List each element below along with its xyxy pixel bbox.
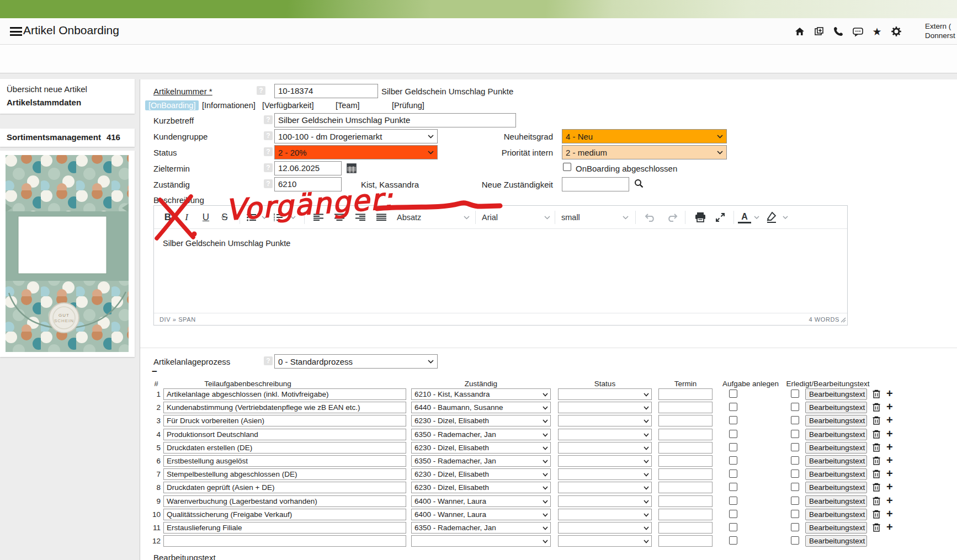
field-help-icon[interactable]: ? (264, 163, 273, 172)
highlight-color-icon[interactable] (764, 210, 779, 225)
justify-icon[interactable] (373, 210, 390, 225)
delete-row-icon[interactable] (873, 510, 880, 519)
add-row-icon[interactable]: + (886, 413, 893, 426)
termin-input[interactable] (658, 482, 713, 493)
tab-team[interactable]: [Team] (336, 101, 360, 110)
aufgabe-anlegen-checkbox[interactable] (729, 523, 737, 531)
task-description-input[interactable]: Artikelanlage abgeschlossen (inkl. Motiv… (163, 388, 406, 400)
neuheitsgrad-select[interactable]: 4 - Neu (562, 129, 727, 143)
paragraph-chevron-icon[interactable] (462, 210, 471, 225)
tab-verfuegbarkeit[interactable]: [Verfügbarkeit] (262, 101, 314, 110)
status-select[interactable] (558, 522, 652, 534)
aufgabe-anlegen-checkbox[interactable] (729, 403, 737, 411)
aufgabe-anlegen-checkbox[interactable] (729, 443, 737, 451)
add-row-icon[interactable]: + (886, 427, 893, 440)
italic-icon[interactable]: I (178, 210, 195, 225)
align-left-icon[interactable] (310, 210, 327, 225)
status-select[interactable] (558, 415, 652, 426)
aufgabe-anlegen-checkbox[interactable] (729, 416, 737, 424)
status-select[interactable] (558, 402, 652, 413)
bearbeitungstext-button[interactable]: Bearbeitungstext (805, 402, 867, 413)
numbered-list-icon[interactable] (271, 210, 285, 225)
delete-row-icon[interactable] (873, 403, 880, 412)
aufgabe-anlegen-checkbox[interactable] (729, 430, 737, 438)
termin-input[interactable] (658, 388, 713, 400)
font-family-dropdown[interactable]: Arial (482, 210, 498, 225)
erledigt-checkbox[interactable] (791, 470, 799, 478)
responsible-select[interactable]: 6400 - Wanner, Laura (411, 495, 551, 507)
task-description-input[interactable]: Druckdaten geprüft (Asien + DE) (163, 482, 406, 493)
add-row-icon[interactable]: + (886, 507, 893, 520)
onboarding-abgeschlossen-checkbox[interactable] (563, 163, 571, 171)
field-help-icon[interactable]: ? (264, 115, 273, 124)
bearbeitungstext-button[interactable]: Bearbeitungstext (805, 522, 867, 534)
task-description-input[interactable]: Druckdaten erstellen (DE) (163, 442, 406, 454)
tab-onboarding[interactable]: [OnBoarding] (145, 100, 199, 110)
responsible-select[interactable]: 6350 - Rademacher, Jan (411, 455, 551, 467)
task-description-input[interactable]: Qualitätssicherung (Freigabe Verkauf) (163, 509, 406, 520)
prioritaet-intern-select[interactable]: 2 - medium (562, 145, 727, 159)
new-window-icon[interactable] (813, 25, 825, 38)
add-row-icon[interactable]: + (886, 400, 893, 413)
sidebar-item-artikelstammdaten[interactable]: Artikelstammdaten (7, 97, 128, 108)
aufgabe-anlegen-checkbox[interactable] (729, 483, 737, 491)
font-size-dropdown[interactable]: small (561, 210, 580, 225)
responsible-select[interactable]: 6230 - Dizel, Elisabeth (411, 442, 551, 454)
beschreibung-textarea[interactable]: Silber Geldschein Umschlag Punkte (154, 230, 847, 314)
responsible-select[interactable]: 6350 - Rademacher, Jan (411, 429, 551, 440)
status-select[interactable] (558, 482, 652, 493)
task-description-input[interactable]: Für Druck vorbereiten (Asien) (163, 415, 406, 426)
delete-row-icon[interactable] (873, 390, 880, 398)
field-help-icon[interactable]: ? (257, 86, 265, 95)
erledigt-checkbox[interactable] (791, 510, 799, 518)
paragraph-style-dropdown[interactable]: Absatz (397, 210, 421, 225)
delete-row-icon[interactable] (873, 430, 880, 439)
align-center-icon[interactable] (331, 210, 348, 225)
aufgabe-anlegen-checkbox[interactable] (729, 510, 737, 518)
home-icon[interactable] (794, 25, 806, 38)
termin-input[interactable] (658, 522, 713, 534)
settings-gear-icon[interactable] (890, 25, 902, 38)
responsible-select[interactable]: 6350 - Rademacher, Jan (411, 522, 551, 534)
zustaendig-input[interactable]: 6210 (274, 177, 342, 191)
task-description-input[interactable]: Erstbestellung ausgelöst (163, 455, 406, 467)
delete-row-icon[interactable] (873, 416, 880, 425)
delete-row-icon[interactable] (873, 483, 880, 492)
zieltermin-input[interactable]: 12.06.2025 (274, 161, 342, 175)
termin-input[interactable] (658, 468, 713, 480)
artikelnummer-input[interactable]: 10-18374 (274, 84, 378, 98)
artikelanlageprozess-select[interactable]: 0 - Standardprozess (274, 354, 438, 369)
bearbeitungstext-button[interactable]: Bearbeitungstext (805, 509, 867, 520)
favorite-star-icon[interactable]: ★ (871, 25, 883, 38)
kurzbetreff-input[interactable]: Silber Geldschein Umschlag Punkte (274, 113, 516, 127)
font-family-chevron-icon[interactable] (543, 210, 551, 225)
status-select[interactable] (558, 468, 652, 480)
termin-input[interactable] (658, 415, 713, 426)
add-row-icon[interactable]: + (886, 467, 893, 480)
erledigt-checkbox[interactable] (791, 443, 799, 451)
add-row-icon[interactable]: + (886, 454, 893, 467)
task-description-input[interactable]: Erstauslieferung Filiale (163, 522, 406, 534)
erledigt-checkbox[interactable] (791, 416, 799, 424)
resize-handle-icon[interactable] (841, 317, 846, 324)
undo-icon[interactable] (642, 210, 658, 225)
bullet-list-icon[interactable] (244, 210, 259, 225)
kundengruppe-select[interactable]: 100-100 - dm Drogeriemarkt (274, 129, 438, 143)
fullscreen-icon[interactable] (711, 210, 729, 225)
add-row-icon[interactable]: + (886, 480, 893, 493)
termin-input[interactable] (658, 535, 713, 547)
sidebar-item-sortimentsmanagement[interactable]: Sortimentsmanagement416 (0, 129, 135, 147)
delete-row-icon[interactable] (873, 470, 880, 478)
responsible-select[interactable]: 6230 - Dizel, Elisabeth (411, 468, 551, 480)
responsible-select[interactable]: 6230 - Dizel, Elisabeth (411, 482, 551, 493)
erledigt-checkbox[interactable] (791, 456, 799, 465)
print-icon[interactable] (692, 210, 709, 225)
tab-informationen[interactable]: [Informationen] (202, 101, 256, 110)
erledigt-checkbox[interactable] (791, 403, 799, 411)
field-help-icon[interactable]: ? (264, 131, 273, 140)
bearbeitungstext-button[interactable]: Bearbeitungstext (805, 415, 867, 426)
responsible-select[interactable] (411, 535, 551, 547)
field-help-icon[interactable]: ? (264, 147, 273, 156)
redo-icon[interactable] (664, 210, 680, 225)
font-size-chevron-icon[interactable] (621, 210, 630, 225)
